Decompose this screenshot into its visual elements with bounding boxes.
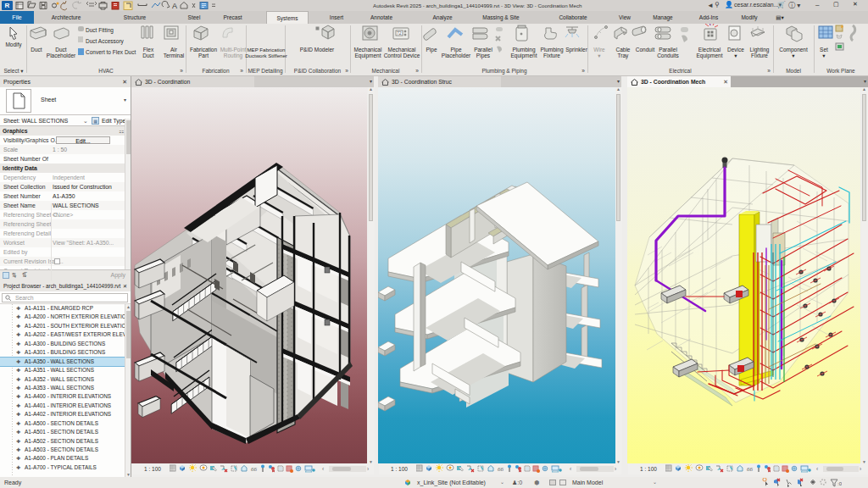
svg-text:72: 72 xyxy=(397,30,402,36)
svg-text::0: :0 xyxy=(837,481,842,486)
svg-text:A: A xyxy=(172,2,177,10)
